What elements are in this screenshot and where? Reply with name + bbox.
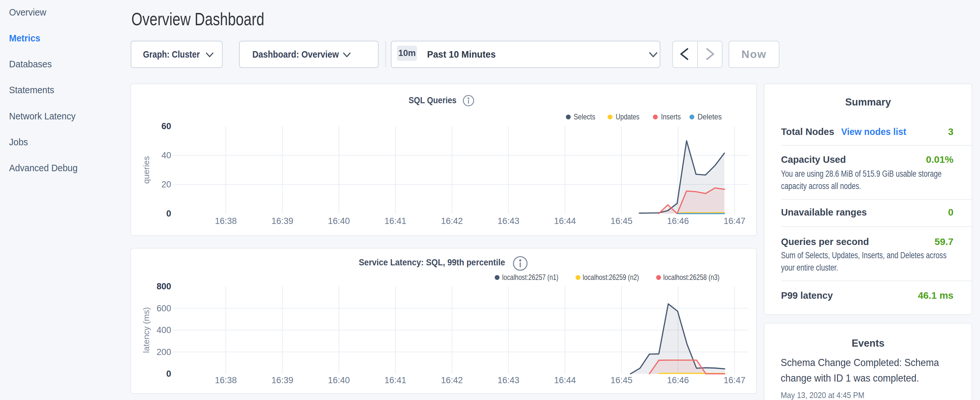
svg-text:16:44: 16:44 — [554, 375, 576, 385]
svg-text:16:39: 16:39 — [272, 375, 293, 385]
svg-text:60: 60 — [161, 121, 171, 131]
svg-text:16:46: 16:46 — [667, 216, 689, 226]
svg-text:16:47: 16:47 — [724, 375, 746, 385]
svg-text:0: 0 — [166, 369, 171, 379]
svg-text:16:42: 16:42 — [441, 375, 463, 385]
svg-text:16:43: 16:43 — [498, 216, 520, 226]
svg-text:16:47: 16:47 — [724, 216, 746, 226]
svg-text:16:38: 16:38 — [215, 375, 237, 385]
svg-text:16:39: 16:39 — [272, 216, 293, 226]
svg-text:16:45: 16:45 — [611, 216, 633, 226]
svg-text:16:44: 16:44 — [554, 216, 576, 226]
svg-text:16:41: 16:41 — [384, 375, 406, 385]
svg-text:400: 400 — [157, 325, 171, 335]
svg-text:0: 0 — [166, 209, 171, 218]
svg-text:16:41: 16:41 — [384, 216, 406, 226]
svg-text:40: 40 — [161, 150, 171, 160]
svg-text:200: 200 — [157, 347, 171, 357]
svg-text:600: 600 — [157, 304, 171, 313]
svg-text:16:40: 16:40 — [328, 375, 350, 385]
svg-text:16:43: 16:43 — [498, 375, 520, 385]
svg-text:16:38: 16:38 — [215, 216, 237, 226]
svg-text:16:45: 16:45 — [611, 375, 633, 385]
svg-text:20: 20 — [161, 180, 171, 189]
svg-text:16:46: 16:46 — [667, 375, 689, 385]
svg-text:800: 800 — [157, 282, 171, 291]
svg-text:16:42: 16:42 — [441, 216, 463, 226]
svg-text:16:40: 16:40 — [328, 216, 350, 226]
